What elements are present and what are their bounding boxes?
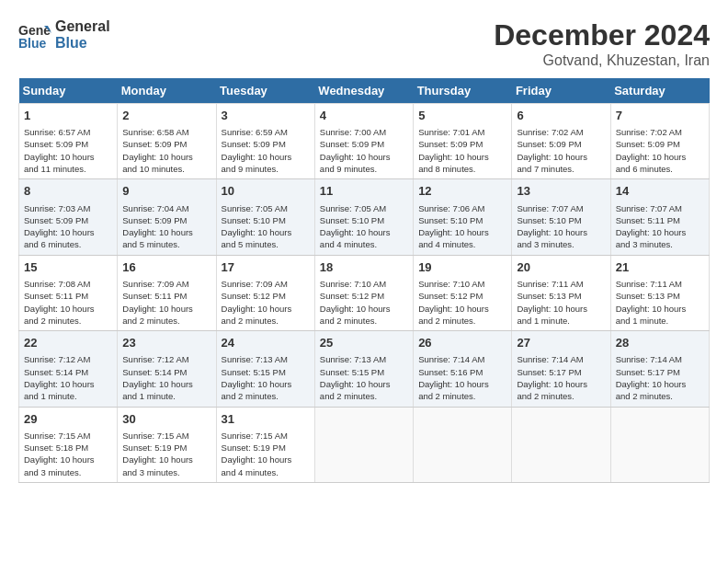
day-info: Sunrise: 7:01 AM Sunset: 5:09 PM Dayligh…	[418, 126, 506, 175]
logo-line1: General	[55, 18, 110, 35]
day-info: Sunrise: 7:15 AM Sunset: 5:19 PM Dayligh…	[122, 430, 210, 478]
day-number: 14	[616, 183, 704, 200]
calendar-cell: 22Sunrise: 7:12 AM Sunset: 5:14 PM Dayli…	[19, 331, 118, 407]
day-number: 11	[320, 183, 408, 200]
calendar-cell: 17Sunrise: 7:09 AM Sunset: 5:12 PM Dayli…	[216, 255, 314, 330]
day-number: 9	[122, 183, 210, 200]
calendar-cell: 2Sunrise: 6:58 AM Sunset: 5:09 PM Daylig…	[118, 104, 216, 179]
calendar-cell: 28Sunrise: 7:14 AM Sunset: 5:17 PM Dayli…	[610, 331, 709, 407]
weekday-header: Tuesday	[216, 78, 314, 104]
day-info: Sunrise: 7:09 AM Sunset: 5:12 PM Dayligh…	[222, 278, 310, 327]
weekday-header: Thursday	[414, 78, 512, 104]
day-number: 13	[517, 183, 605, 200]
day-info: Sunrise: 7:11 AM Sunset: 5:13 PM Dayligh…	[517, 278, 605, 327]
day-info: Sunrise: 7:10 AM Sunset: 5:12 PM Dayligh…	[418, 278, 506, 327]
day-number: 12	[418, 183, 506, 200]
logo-line2: Blue	[55, 35, 110, 52]
day-number: 3	[222, 108, 310, 124]
day-info: Sunrise: 7:02 AM Sunset: 5:09 PM Dayligh…	[517, 126, 605, 175]
day-info: Sunrise: 7:05 AM Sunset: 5:10 PM Dayligh…	[320, 202, 408, 251]
calendar-cell: 10Sunrise: 7:05 AM Sunset: 5:10 PM Dayli…	[216, 179, 314, 255]
title-area: December 2024 Gotvand, Khuzestan, Iran	[494, 18, 710, 69]
calendar-cell: 30Sunrise: 7:15 AM Sunset: 5:19 PM Dayli…	[118, 407, 216, 482]
calendar-cell	[610, 407, 709, 482]
day-number: 4	[320, 108, 408, 124]
day-info: Sunrise: 6:59 AM Sunset: 5:09 PM Dayligh…	[222, 126, 310, 175]
calendar-cell: 23Sunrise: 7:12 AM Sunset: 5:14 PM Dayli…	[118, 331, 216, 407]
day-number: 8	[24, 183, 112, 200]
day-info: Sunrise: 7:13 AM Sunset: 5:15 PM Dayligh…	[222, 353, 310, 402]
day-info: Sunrise: 7:07 AM Sunset: 5:11 PM Dayligh…	[616, 202, 704, 251]
day-info: Sunrise: 7:14 AM Sunset: 5:17 PM Dayligh…	[616, 353, 704, 402]
week-row: 1Sunrise: 6:57 AM Sunset: 5:09 PM Daylig…	[19, 104, 710, 179]
calendar-cell: 26Sunrise: 7:14 AM Sunset: 5:16 PM Dayli…	[414, 331, 512, 407]
calendar-cell: 12Sunrise: 7:06 AM Sunset: 5:10 PM Dayli…	[414, 179, 512, 255]
calendar-cell: 27Sunrise: 7:14 AM Sunset: 5:17 PM Dayli…	[512, 331, 610, 407]
day-info: Sunrise: 6:58 AM Sunset: 5:09 PM Dayligh…	[122, 126, 210, 175]
day-number: 1	[24, 108, 112, 124]
calendar-cell: 16Sunrise: 7:09 AM Sunset: 5:11 PM Dayli…	[118, 255, 216, 330]
week-row: 8Sunrise: 7:03 AM Sunset: 5:09 PM Daylig…	[19, 179, 710, 255]
calendar-cell: 21Sunrise: 7:11 AM Sunset: 5:13 PM Dayli…	[610, 255, 709, 330]
day-info: Sunrise: 7:13 AM Sunset: 5:15 PM Dayligh…	[320, 353, 408, 402]
day-info: Sunrise: 7:05 AM Sunset: 5:10 PM Dayligh…	[222, 202, 310, 251]
week-row: 29Sunrise: 7:15 AM Sunset: 5:18 PM Dayli…	[19, 407, 710, 482]
month-title: December 2024	[494, 18, 710, 52]
day-info: Sunrise: 7:14 AM Sunset: 5:16 PM Dayligh…	[418, 353, 506, 402]
day-number: 21	[616, 259, 704, 276]
calendar-cell: 18Sunrise: 7:10 AM Sunset: 5:12 PM Dayli…	[314, 255, 413, 330]
calendar-cell: 11Sunrise: 7:05 AM Sunset: 5:10 PM Dayli…	[314, 179, 413, 255]
calendar-cell: 3Sunrise: 6:59 AM Sunset: 5:09 PM Daylig…	[216, 104, 314, 179]
day-number: 7	[616, 108, 704, 124]
calendar-cell: 31Sunrise: 7:15 AM Sunset: 5:19 PM Dayli…	[216, 407, 314, 482]
calendar-cell: 8Sunrise: 7:03 AM Sunset: 5:09 PM Daylig…	[19, 179, 118, 255]
day-number: 6	[517, 108, 605, 124]
day-number: 24	[222, 335, 310, 351]
weekday-header: Friday	[512, 78, 610, 104]
weekday-header: Monday	[118, 78, 216, 104]
day-info: Sunrise: 7:07 AM Sunset: 5:10 PM Dayligh…	[517, 202, 605, 251]
day-number: 25	[320, 335, 408, 351]
day-number: 22	[24, 335, 112, 351]
day-info: Sunrise: 7:04 AM Sunset: 5:09 PM Dayligh…	[122, 202, 210, 251]
day-info: Sunrise: 7:09 AM Sunset: 5:11 PM Dayligh…	[122, 278, 210, 327]
svg-text:Blue: Blue	[18, 36, 47, 51]
day-info: Sunrise: 6:57 AM Sunset: 5:09 PM Dayligh…	[24, 126, 112, 175]
day-number: 2	[122, 108, 210, 124]
logo-icon: General Blue	[18, 18, 51, 52]
weekday-header: Wednesday	[314, 78, 413, 104]
calendar-cell: 24Sunrise: 7:13 AM Sunset: 5:15 PM Dayli…	[216, 331, 314, 407]
day-info: Sunrise: 7:14 AM Sunset: 5:17 PM Dayligh…	[517, 353, 605, 402]
calendar-cell	[414, 407, 512, 482]
weekday-header: Saturday	[610, 78, 709, 104]
calendar-cell: 13Sunrise: 7:07 AM Sunset: 5:10 PM Dayli…	[512, 179, 610, 255]
calendar-cell: 25Sunrise: 7:13 AM Sunset: 5:15 PM Dayli…	[314, 331, 413, 407]
week-row: 22Sunrise: 7:12 AM Sunset: 5:14 PM Dayli…	[19, 331, 710, 407]
day-number: 27	[517, 335, 605, 351]
day-number: 31	[222, 411, 310, 428]
weekday-header-row: SundayMondayTuesdayWednesdayThursdayFrid…	[19, 78, 710, 104]
calendar-cell: 1Sunrise: 6:57 AM Sunset: 5:09 PM Daylig…	[19, 104, 118, 179]
day-info: Sunrise: 7:08 AM Sunset: 5:11 PM Dayligh…	[24, 278, 112, 327]
day-info: Sunrise: 7:06 AM Sunset: 5:10 PM Dayligh…	[418, 202, 506, 251]
header: General Blue General Blue December 2024 …	[18, 18, 710, 69]
day-number: 26	[418, 335, 506, 351]
day-number: 28	[616, 335, 704, 351]
calendar-cell: 20Sunrise: 7:11 AM Sunset: 5:13 PM Dayli…	[512, 255, 610, 330]
calendar-cell: 29Sunrise: 7:15 AM Sunset: 5:18 PM Dayli…	[19, 407, 118, 482]
day-number: 19	[418, 259, 506, 276]
day-number: 15	[24, 259, 112, 276]
calendar-cell: 7Sunrise: 7:02 AM Sunset: 5:09 PM Daylig…	[610, 104, 709, 179]
calendar-cell: 4Sunrise: 7:00 AM Sunset: 5:09 PM Daylig…	[314, 104, 413, 179]
day-number: 18	[320, 259, 408, 276]
calendar-cell: 6Sunrise: 7:02 AM Sunset: 5:09 PM Daylig…	[512, 104, 610, 179]
calendar-cell	[314, 407, 413, 482]
calendar-cell: 14Sunrise: 7:07 AM Sunset: 5:11 PM Dayli…	[610, 179, 709, 255]
day-number: 5	[418, 108, 506, 124]
day-number: 17	[222, 259, 310, 276]
day-number: 10	[222, 183, 310, 200]
calendar-cell: 15Sunrise: 7:08 AM Sunset: 5:11 PM Dayli…	[19, 255, 118, 330]
day-info: Sunrise: 7:03 AM Sunset: 5:09 PM Dayligh…	[24, 202, 112, 251]
calendar-cell: 9Sunrise: 7:04 AM Sunset: 5:09 PM Daylig…	[118, 179, 216, 255]
day-info: Sunrise: 7:15 AM Sunset: 5:19 PM Dayligh…	[222, 430, 310, 478]
